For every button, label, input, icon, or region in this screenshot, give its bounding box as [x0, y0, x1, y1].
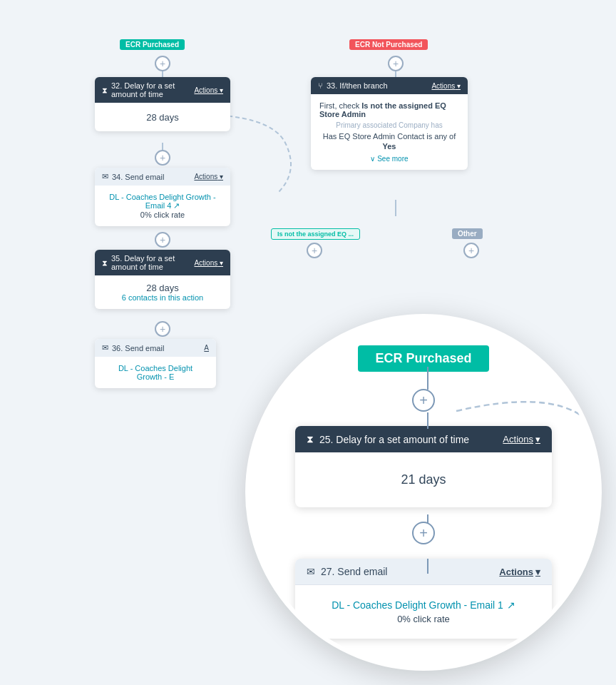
node-34-actions-btn[interactable]: Actions ▾: [194, 173, 223, 181]
plus-btn-branch-right[interactable]: +: [463, 243, 479, 258]
node-34-body: DL - Coaches Delight Growth - Email 4 ↗ …: [95, 186, 230, 226]
plus-btn-35-below[interactable]: +: [155, 321, 170, 337]
node-27-body: DL - Coaches Delight Growth - Email 1 ↗ …: [295, 585, 552, 639]
plus-btn-top-right[interactable]: +: [388, 56, 404, 71]
external-link-icon-27: ↗: [507, 599, 515, 611]
node-27-header: ✉ 27. Send email Actions ▾: [295, 559, 552, 585]
other-badge: Other: [452, 228, 483, 239]
plus-btn-32-below[interactable]: +: [155, 150, 170, 166]
ecr-not-purchased-badge-top: ECR Not Purchased: [349, 39, 428, 50]
node-27-actions-btn[interactable]: Actions ▾: [499, 567, 540, 577]
node-27-email-link[interactable]: DL - Coaches Delight Growth - Email 1 ↗: [309, 599, 538, 611]
chevron-down-icon-25: ▾: [535, 434, 540, 445]
node-33-actions-btn[interactable]: Actions ▾: [431, 82, 461, 90]
node-25-header: ⧗ 25. Delay for a set amount of time Act…: [295, 426, 552, 452]
node-32-delay: ⧗ 32. Delay for a set amount of time Act…: [95, 77, 230, 131]
plus-btn-top-left[interactable]: +: [155, 56, 170, 71]
node-34-header: ✉ 34. Send email Actions ▾: [95, 168, 230, 186]
node-25-body: 21 days: [295, 452, 552, 507]
node-33-branch: ⑂ 33. If/then branch Actions ▾ First, ch…: [311, 77, 468, 170]
branch-icon-33: ⑂: [318, 81, 323, 90]
node-27-click-rate: 0% click rate: [309, 614, 538, 624]
envelope-icon-34: ✉: [102, 172, 108, 181]
node-36-actions-btn[interactable]: A: [204, 344, 209, 352]
ecr-purchased-badge-circle: ECR Purchased: [358, 345, 488, 372]
node-25-delay-card: ⧗ 25. Delay for a set amount of time Act…: [295, 426, 552, 507]
plus-btn-34-below[interactable]: +: [155, 232, 170, 248]
node-33-header: ⑂ 33. If/then branch Actions ▾: [311, 77, 468, 94]
magnified-circle: ECR Purchased + ⧗ 25. Delay for a set am…: [245, 314, 602, 671]
is-not-assigned-eq-badge: Is not the assigned EQ ...: [271, 228, 360, 240]
node-34-email-link[interactable]: DL - Coaches Delight Growth - Email 4 ↗: [105, 193, 220, 210]
node-32-body: 28 days: [95, 103, 230, 131]
node-27-email-card: ✉ 27. Send email Actions ▾ DL - Coaches …: [295, 559, 552, 639]
hourglass-icon-35: ⧗: [102, 258, 108, 268]
hourglass-icon-32: ⧗: [102, 86, 108, 95]
node-32-actions-btn[interactable]: Actions ▾: [194, 86, 223, 94]
see-more-link[interactable]: ∨ See more: [370, 155, 408, 163]
ecr-purchased-badge-top: ECR Purchased: [120, 39, 185, 50]
plus-btn-branch-left[interactable]: +: [307, 243, 322, 258]
node-36-header: ✉ 36. Send email A: [95, 339, 216, 357]
large-plus-btn-2[interactable]: +: [412, 522, 435, 544]
node-35-header: ⧗ 35. Delay for a set amount of time Act…: [95, 250, 230, 275]
node-36-email-link[interactable]: DL - Coaches Delight Growth - E: [105, 364, 206, 381]
node-35-body: 28 days 6 contacts in this action: [95, 275, 230, 309]
node-25-actions-btn[interactable]: Actions ▾: [503, 434, 540, 445]
node-36-body: DL - Coaches Delight Growth - E: [95, 357, 216, 388]
node-36-email: ✉ 36. Send email A DL - Coaches Delight …: [95, 339, 216, 388]
circle-content: ECR Purchased + ⧗ 25. Delay for a set am…: [250, 318, 597, 666]
large-plus-btn-1[interactable]: +: [412, 389, 435, 412]
node-34-email: ✉ 34. Send email Actions ▾ DL - Coaches …: [95, 168, 230, 226]
node-32-header: ⧗ 32. Delay for a set amount of time Act…: [95, 77, 230, 103]
node-35-actions-btn[interactable]: Actions ▾: [194, 259, 223, 267]
hourglass-icon-25: ⧗: [307, 433, 314, 445]
node-35-delay: ⧗ 35. Delay for a set amount of time Act…: [95, 250, 230, 309]
workflow-canvas: ECR Purchased ECR Not Purchased + + ⧗ 32…: [0, 0, 616, 685]
node-33-body: First, check Is not the assigned EQ Stor…: [311, 94, 468, 170]
chevron-down-icon-27: ▾: [535, 567, 540, 577]
envelope-icon-27: ✉: [307, 566, 315, 577]
envelope-icon-36: ✉: [102, 343, 108, 352]
